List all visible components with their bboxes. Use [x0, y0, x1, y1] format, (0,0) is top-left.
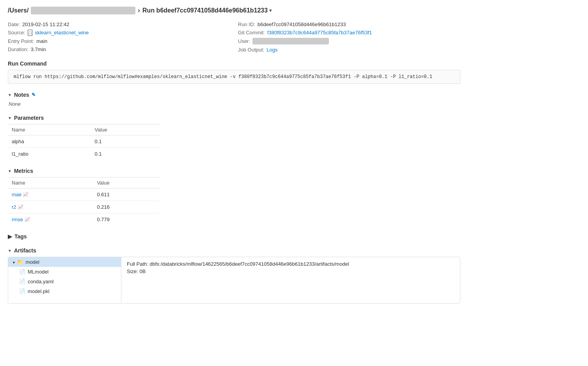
artifact-label: conda.yaml [28, 279, 53, 284]
git-commit-label: Git Commit: [238, 30, 265, 36]
artifact-label: model [26, 259, 39, 265]
artifact-file-item[interactable]: 📄conda.yaml [8, 277, 121, 286]
date-label: Date: [8, 21, 20, 27]
breadcrumb-run-label: Run b6deef7cc09741058d446e96b61b1233 [142, 7, 268, 14]
meta-source-row: Source: □ sklearn_elasticnet_wine [8, 30, 230, 36]
breadcrumb: /Users/ ██████████@databricks.com... › R… [8, 6, 460, 14]
tags-collapse-icon: ▶ [8, 233, 12, 240]
folder-icon: ▼ 📁 [12, 259, 23, 265]
metrics-section: ▼ Metrics Name Value mae 📈 0.611 r2 📈 0.… [8, 168, 460, 226]
metric-value: 0.779 [93, 213, 160, 226]
notes-header[interactable]: ▼ Notes ✎ [8, 92, 460, 98]
notes-title: Notes [14, 92, 29, 98]
metrics-title: Metrics [14, 168, 33, 174]
notes-edit-icon[interactable]: ✎ [32, 92, 36, 98]
breadcrumb-separator: › [138, 6, 140, 14]
breadcrumb-current: Run b6deef7cc09741058d446e96b61b1233 ▾ [142, 7, 272, 14]
source-icon: □ [28, 30, 33, 36]
metrics-col-name: Name [8, 178, 93, 188]
tags-section: ▶ Tags [8, 233, 460, 240]
notes-section: ▼ Notes ✎ None [8, 92, 460, 107]
tags-header[interactable]: ▶ Tags [8, 233, 460, 240]
metric-value: 0.611 [93, 188, 160, 201]
artifact-folder-item[interactable]: ▼ 📁model [8, 257, 121, 267]
metrics-collapse-icon: ▼ [8, 169, 12, 173]
artifact-fullpath-value: dbfs:/databricks/mlflow/14622565/b6deef7… [150, 261, 349, 267]
parameters-table: Name Value alpha0.1l1_ratio0.1 [8, 124, 160, 160]
metrics-table: Name Value mae 📈 0.611 r2 📈 0.216 rmse 📈… [8, 177, 160, 226]
meta-date-row: Date: 2019-02-15 11:22:42 [8, 21, 230, 27]
file-icon: 📄 [19, 279, 25, 284]
parameters-section: ▼ Parameters Name Value alpha0.1l1_ratio… [8, 115, 460, 160]
artifact-label: MLmodel [28, 269, 48, 275]
metric-name-link[interactable]: mae 📈 [12, 192, 89, 197]
table-row: alpha0.1 [8, 135, 160, 148]
logs-link[interactable]: Logs [266, 47, 277, 53]
source-link[interactable]: sklearn_elasticnet_wine [35, 30, 89, 36]
run-command-title: Run Command [8, 60, 460, 67]
chart-icon: 📈 [23, 192, 28, 197]
metric-name: r2 📈 [8, 201, 93, 213]
notes-collapse-icon: ▼ [8, 93, 12, 97]
params-col-value: Value [91, 124, 160, 135]
user-value: ████████████████████ [252, 38, 329, 44]
git-commit-link[interactable]: f380f8323b7c9c644a9775c85fa7b37ae76f53f1 [267, 30, 372, 36]
job-output-label: Job Output: [238, 47, 264, 53]
file-icon: 📄 [19, 288, 25, 294]
breadcrumb-user: ██████████@databricks.com... [31, 7, 135, 14]
artifact-label: model.pkl [28, 288, 50, 294]
artifact-size-label: Size: [127, 268, 138, 274]
tags-title: Tags [14, 233, 27, 240]
artifacts-tree: ▼ 📁model📄MLmodel📄conda.yaml📄model.pkl [8, 257, 121, 303]
page-container: /Users/ ██████████@databricks.com... › R… [0, 0, 468, 318]
run-command-box: mlflow run https://github.com/mlflow/mlf… [8, 70, 460, 84]
artifacts-detail: Full Path: dbfs:/databricks/mlflow/14622… [121, 257, 460, 303]
metric-value: 0.216 [93, 201, 160, 213]
artifact-file-item[interactable]: 📄model.pkl [8, 286, 121, 296]
run-command-section: Run Command mlflow run https://github.co… [8, 60, 460, 84]
meta-user-row: User: ████████████████████ [238, 38, 460, 44]
artifact-size-row: Size: 0B [127, 268, 455, 274]
artifact-size-value: 0B [140, 268, 146, 274]
user-label: User: [238, 38, 250, 44]
entry-point-label: Entry Point: [8, 38, 34, 44]
metadata-grid: Date: 2019-02-15 11:22:42 Source: □ skle… [8, 21, 460, 53]
source-label: Source: [8, 30, 25, 36]
parameters-collapse-icon: ▼ [8, 116, 12, 120]
param-name: l1_ratio [8, 148, 91, 160]
artifacts-title: Artifacts [14, 247, 36, 254]
artifact-fullpath-label: Full Path: [127, 261, 148, 267]
date-value: 2019-02-15 11:22:42 [22, 21, 69, 27]
table-row: r2 📈 0.216 [8, 201, 160, 213]
meta-runid-row: Run ID: b6deef7cc09741058d446e96b61b1233 [238, 21, 460, 27]
parameters-header[interactable]: ▼ Parameters [8, 115, 460, 121]
file-icon: 📄 [19, 269, 25, 275]
chevron-down-icon[interactable]: ▾ [269, 8, 272, 13]
metric-name: rmse 📈 [8, 213, 93, 226]
metric-name-link[interactable]: r2 📈 [12, 204, 89, 210]
metrics-col-value: Value [93, 178, 160, 188]
table-row: mae 📈 0.611 [8, 188, 160, 201]
artifacts-section: ▼ Artifacts ▼ 📁model📄MLmodel📄conda.yaml📄… [8, 247, 460, 304]
param-value: 0.1 [91, 148, 160, 160]
param-name: alpha [8, 135, 91, 148]
chart-icon: 📈 [18, 204, 23, 210]
meta-duration-row: Duration: 3.7min [8, 46, 230, 52]
table-row: l1_ratio0.1 [8, 148, 160, 160]
param-value: 0.1 [91, 135, 160, 148]
meta-gitcommit-row: Git Commit: f380f8323b7c9c644a9775c85fa7… [238, 30, 460, 36]
metric-name-link[interactable]: rmse 📈 [12, 217, 89, 222]
breadcrumb-base: /Users/ [8, 7, 28, 14]
artifact-fullpath-row: Full Path: dbfs:/databricks/mlflow/14622… [127, 261, 455, 267]
chart-icon: 📈 [25, 217, 30, 222]
artifact-file-item[interactable]: 📄MLmodel [8, 267, 121, 277]
metric-name: mae 📈 [8, 188, 93, 201]
artifacts-header[interactable]: ▼ Artifacts [8, 247, 460, 254]
duration-value: 3.7min [31, 46, 46, 52]
run-id-value: b6deef7cc09741058d446e96b61b1233 [258, 21, 346, 27]
parameters-title: Parameters [14, 115, 44, 121]
duration-label: Duration: [8, 46, 28, 52]
metadata-left: Date: 2019-02-15 11:22:42 Source: □ skle… [8, 21, 230, 53]
notes-none-text: None [9, 101, 460, 107]
metrics-header[interactable]: ▼ Metrics [8, 168, 460, 174]
